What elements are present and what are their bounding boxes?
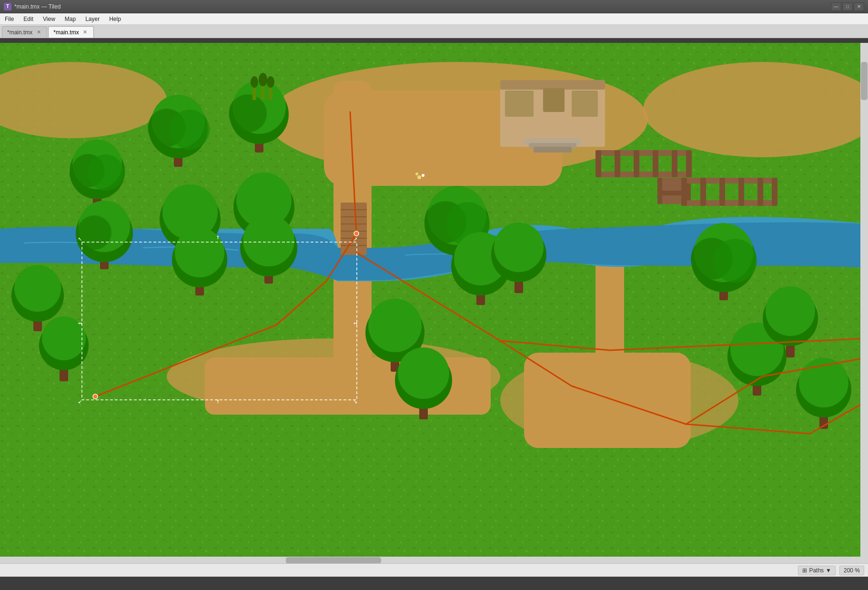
svg-point-62 — [243, 215, 294, 266]
menubar: File Edit View Map Layer Help — [0, 13, 868, 25]
svg-text:↑: ↑ — [216, 233, 220, 241]
svg-point-127 — [267, 76, 274, 88]
layers-icon: ⊞ — [802, 567, 807, 574]
menu-layer[interactable]: Layer — [81, 13, 104, 24]
dropdown-icon[interactable]: ▼ — [826, 567, 831, 574]
svg-text:↔: ↔ — [78, 319, 82, 326]
svg-rect-101 — [572, 91, 598, 117]
tab-2[interactable]: *main.tmx ✕ — [48, 26, 93, 38]
svg-text:↙: ↙ — [78, 397, 82, 405]
svg-rect-106 — [634, 150, 639, 177]
app-icon: T — [4, 3, 11, 10]
svg-text:↖: ↖ — [78, 234, 82, 242]
svg-point-128 — [417, 175, 421, 179]
menu-map[interactable]: Map — [60, 13, 81, 24]
tab-1-label: *main.tmx — [7, 29, 32, 36]
svg-point-38 — [14, 265, 61, 312]
tab-1[interactable]: *main.tmx ✕ — [2, 26, 47, 38]
svg-rect-117 — [700, 178, 706, 206]
svg-point-90 — [398, 347, 449, 399]
titlebar-title: *main.tmx — Tiled — [14, 3, 61, 10]
svg-point-73 — [494, 223, 544, 272]
titlebar-controls[interactable]: — □ ✕ — [831, 2, 864, 11]
layer-indicator[interactable]: ⊞ Paths ▼ — [798, 566, 836, 575]
menu-file[interactable]: File — [0, 13, 19, 24]
titlebar: T *main.tmx — Tiled — □ ✕ — [0, 0, 868, 13]
svg-text:↑: ↑ — [216, 397, 220, 405]
svg-point-46 — [170, 110, 210, 150]
close-button[interactable]: ✕ — [854, 2, 864, 11]
minimize-button[interactable]: — — [831, 2, 841, 11]
svg-rect-99 — [505, 91, 534, 117]
tab-2-label: *main.tmx — [53, 29, 79, 36]
map-editor-area[interactable]: ↖ ↑ ↗ ↔ ↔ ↙ ↑ ↘ ⊞ Paths ▼ 200 % — [0, 38, 868, 577]
svg-rect-108 — [672, 150, 677, 177]
svg-text:↗: ↗ — [353, 234, 357, 242]
svg-rect-107 — [653, 150, 658, 177]
menu-help[interactable]: Help — [104, 13, 126, 24]
svg-rect-105 — [615, 150, 620, 177]
svg-point-132 — [93, 394, 98, 399]
tab-2-close[interactable]: ✕ — [82, 29, 89, 36]
svg-rect-118 — [719, 178, 725, 206]
svg-rect-100 — [543, 88, 565, 112]
svg-rect-109 — [686, 150, 692, 177]
svg-rect-98 — [534, 147, 572, 153]
svg-point-87 — [368, 299, 422, 352]
svg-point-129 — [422, 174, 424, 177]
svg-rect-120 — [757, 178, 763, 206]
svg-text:↘: ↘ — [353, 397, 357, 405]
svg-rect-119 — [738, 178, 744, 206]
svg-point-130 — [415, 173, 418, 175]
svg-rect-145 — [286, 557, 381, 564]
svg-rect-116 — [681, 178, 687, 206]
svg-point-125 — [259, 73, 267, 86]
tabbar: *main.tmx ✕ *main.tmx ✕ — [0, 25, 868, 38]
svg-rect-104 — [595, 150, 601, 177]
svg-point-78 — [713, 239, 757, 283]
svg-point-31 — [88, 154, 124, 191]
svg-rect-143 — [861, 62, 868, 100]
maximize-button[interactable]: □ — [842, 2, 853, 11]
titlebar-left: T *main.tmx — Tiled — [4, 3, 61, 10]
svg-point-84 — [766, 286, 815, 336]
statusbar: ⊞ Paths ▼ 200 % — [0, 563, 868, 577]
layer-name: Paths — [809, 567, 824, 574]
menu-view[interactable]: View — [38, 13, 60, 24]
svg-point-123 — [251, 76, 258, 88]
zoom-indicator[interactable]: 200 % — [839, 566, 864, 575]
svg-point-35 — [77, 215, 111, 250]
tab-1-close[interactable]: ✕ — [35, 29, 42, 36]
map-canvas: ↖ ↑ ↗ ↔ ↔ ↙ ↑ ↘ — [0, 38, 868, 577]
svg-rect-20 — [341, 203, 367, 255]
zoom-value: 200 % — [844, 567, 860, 574]
svg-rect-121 — [772, 178, 777, 206]
menu-edit[interactable]: Edit — [19, 13, 38, 24]
svg-rect-142 — [860, 43, 868, 564]
svg-text:↔: ↔ — [353, 319, 357, 326]
